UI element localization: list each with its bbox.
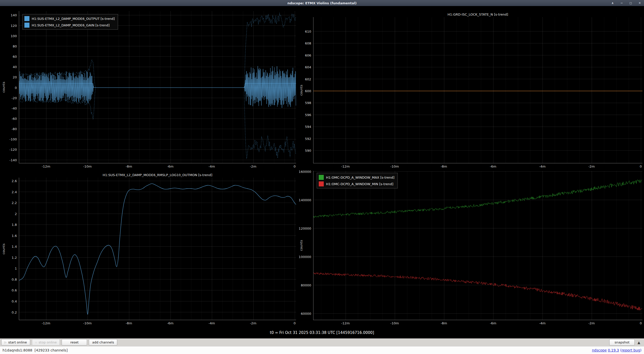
y-tick-label: 1.8 (12, 223, 17, 227)
y-tick-label: 0.4 (12, 299, 17, 303)
y-tick-label: -120 (9, 148, 17, 151)
plot-legend[interactable]: H1:OMC-DCPD_A_WINDOW_MAX [s-trend]H1:OMC… (317, 173, 398, 188)
x-axis-output: -12m-10m-8m-6m-4m-2m0 (19, 163, 296, 170)
stop-square-icon: ▫ (35, 341, 37, 344)
y-tick-label: 80000 (301, 283, 311, 287)
y-tick-label: 60000 (301, 312, 311, 315)
window-title: ndscope: ETMX Violins (fundamental) (288, 1, 357, 5)
plot-title-lock-state: H1:GRD-ISC_LOCK_STATE_N [s-trend] (313, 6, 642, 17)
legend-label: H1:OMC-DCPD_A_WINDOW_MIN [s-trend] (326, 182, 393, 186)
version-link[interactable]: 0.19.3 (608, 348, 619, 352)
y-tick-label: 598 (305, 101, 311, 105)
plot-canvas (313, 171, 642, 320)
x-tick-label: -6m (490, 165, 496, 168)
legend-label: H1:SUS-ETMX_L2_DAMP_MODE6_OUTPUT [s-tren… (32, 17, 115, 21)
stop-online-button[interactable]: ▫ stop online (32, 339, 60, 345)
plot-area-omc-dcpd[interactable]: H1:OMC-DCPD_A_WINDOW_MAX [s-trend]H1:OMC… (313, 171, 642, 320)
y-tick-label: 0.2 (12, 310, 17, 314)
y-tick-label: 60 (13, 55, 17, 59)
x-tick-label: -10m (83, 321, 92, 325)
x-tick-label: -10m (390, 165, 399, 168)
trace-WINDOW_MIN (313, 273, 642, 310)
y-tick-label: 610 (305, 29, 311, 33)
y-tick-label: 140000 (299, 198, 311, 202)
legend-label: H1:SUS-ETMX_L2_DAMP_MODE6_GAIN [s-trend] (32, 23, 110, 27)
x-axis-lock-state: -12m-10m-8m-6m-4m-2m0 (313, 163, 642, 170)
minimize-icon[interactable]: − (620, 2, 623, 5)
y-tick-label: 590 (305, 149, 311, 153)
triangle-up-icon[interactable]: ▲ (637, 340, 640, 344)
snapshot-button[interactable]: snapshot (609, 339, 635, 345)
start-online-button[interactable]: ▷ start online (1, 339, 30, 345)
play-outline-icon: ▷ (5, 341, 7, 344)
x-tick-label: -10m (83, 165, 92, 168)
nds-server-status: h1daqnds1:8088 [429233 channels] (3, 348, 68, 352)
y-tick-label: 0.6 (12, 288, 17, 292)
x-tick-label: -4m (539, 165, 546, 168)
x-axis-omc-dcpd: -12m-10m-8m-6m-4m-2m0 (313, 320, 642, 327)
y-tick-label: 80 (13, 44, 17, 48)
window-titlebar[interactable]: ndscope: ETMX Violins (fundamental) ∧ − … (0, 0, 644, 6)
x-tick-label: -4m (539, 321, 546, 325)
plot-panel-omc-dcpd: counts 160000140000120000100000800006000… (298, 170, 644, 327)
x-axis-rmslp: -12m-10m-8m-6m-4m-2m0 (19, 320, 296, 327)
x-tick-label: -4m (209, 165, 215, 168)
ndscope-link[interactable]: ndscope (592, 348, 607, 352)
plot-area-output[interactable]: H1:SUS-ETMX_L2_DAMP_MODE6_OUTPUT [s-tren… (19, 11, 296, 163)
y-tick-label: 592 (305, 137, 311, 140)
y-tick-label: -80 (12, 127, 17, 131)
x-tick-label: 0 (640, 165, 642, 168)
t0-label: t0 = Fri Oct 31 2025 03:31:38 UTC [14459… (0, 327, 644, 338)
toolbar: ▷ start online ▫ stop online reset add c… (0, 338, 644, 346)
y-tick-label: 2.4 (12, 190, 17, 194)
window-controls: ∧ − ◻ ✕ (611, 0, 641, 6)
reset-button[interactable]: reset (62, 339, 87, 345)
y-tick-label: 20 (13, 75, 17, 79)
plot-area-lock-state[interactable] (313, 17, 642, 163)
x-tick-label: -12m (42, 165, 50, 168)
legend-swatch (24, 16, 29, 21)
legend-item: H1:SUS-ETMX_L2_DAMP_MODE6_GAIN [s-trend] (24, 23, 115, 28)
statusbar: h1daqnds1:8088 [429233 channels] ndscope… (0, 346, 644, 354)
legend-swatch (24, 23, 29, 28)
x-tick-label: -10m (390, 321, 399, 325)
add-channels-button[interactable]: add channels (89, 339, 117, 345)
stop-online-label: stop online (39, 340, 57, 344)
add-channels-label: add channels (92, 340, 114, 344)
shade-icon[interactable]: ∧ (611, 2, 614, 5)
x-tick-label: -2m (250, 321, 257, 325)
x-tick-label: -2m (250, 165, 257, 168)
plot-canvas (313, 17, 642, 163)
maximize-icon[interactable]: ◻ (629, 2, 632, 5)
x-tick-label: -6m (167, 165, 174, 168)
y-axis-label: counts (299, 85, 303, 95)
plot-legend[interactable]: H1:SUS-ETMX_L2_DAMP_MODE6_OUTPUT [s-tren… (22, 14, 118, 30)
report-bug-link[interactable]: report bug (622, 348, 640, 352)
x-tick-label: -12m (42, 321, 50, 325)
legend-swatch (319, 175, 324, 180)
x-tick-label: -12m (341, 165, 350, 168)
y-tick-label: 596 (305, 113, 311, 117)
x-tick-label: 0 (294, 165, 296, 168)
x-tick-label: 0 (640, 321, 642, 325)
close-icon[interactable]: ✕ (638, 2, 641, 5)
plot-area-rmslp[interactable] (19, 178, 296, 320)
trace-OUTPUT-mean (19, 66, 296, 108)
y-tick-label: 2.2 (12, 201, 17, 205)
legend-item: H1:SUS-ETMX_L2_DAMP_MODE6_OUTPUT [s-tren… (24, 16, 115, 21)
y-tick-label: 40 (13, 65, 17, 69)
y-tick-label: -60 (12, 117, 17, 121)
start-online-label: start online (8, 340, 27, 344)
legend-item: H1:OMC-DCPD_A_WINDOW_MAX [s-trend] (319, 175, 394, 180)
y-tick-label: 1.4 (12, 245, 17, 248)
y-tick-label: 600 (305, 89, 311, 93)
x-tick-label: -6m (167, 321, 174, 325)
y-tick-label: 100000 (299, 255, 311, 259)
y-tick-label: 120 (11, 24, 17, 27)
y-tick-label: 2.6 (12, 179, 17, 183)
snapshot-label: snapshot (615, 340, 629, 344)
x-tick-label: -8m (126, 165, 132, 168)
reset-label: reset (70, 340, 78, 344)
y-tick-label: 1 (15, 267, 17, 270)
y-tick-label: -140 (9, 158, 17, 162)
